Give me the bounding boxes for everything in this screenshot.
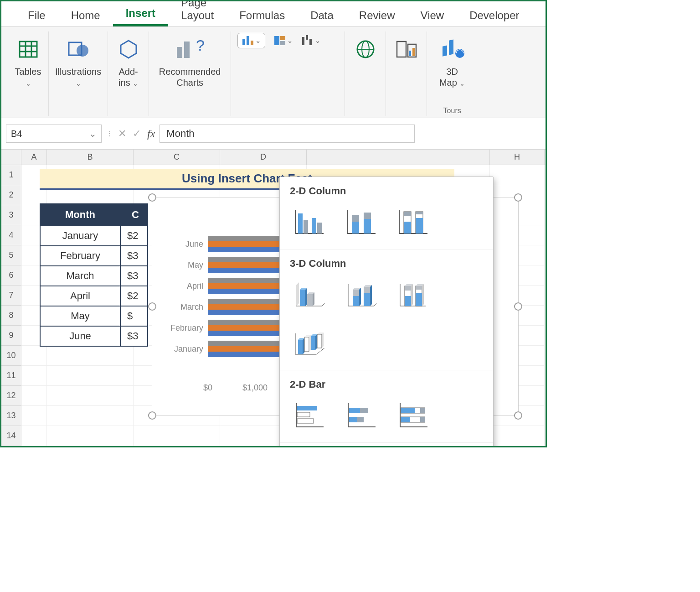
col-header-C[interactable]: C	[134, 150, 220, 165]
tab-view[interactable]: View	[408, 5, 457, 26]
table-row[interactable]: June$3	[40, 326, 148, 346]
resize-handle[interactable]	[514, 302, 522, 311]
waterfall-chart-dropdown[interactable]: ⌄	[301, 35, 321, 46]
opt-2d-100pct-bar[interactable]	[394, 398, 433, 433]
table-row[interactable]: February$3	[40, 246, 148, 266]
row-header[interactable]: 11	[1, 366, 21, 386]
table-row[interactable]: May$	[40, 306, 148, 326]
tab-review[interactable]: Review	[346, 5, 408, 26]
opt-2d-clustered-bar[interactable]	[290, 398, 329, 433]
name-box[interactable]: B4 ⌄	[6, 125, 102, 143]
col-header-B[interactable]: B	[47, 150, 134, 165]
group-illustrations[interactable]: Illustrations⌄	[49, 31, 108, 116]
table-row[interactable]: January$2	[40, 226, 148, 246]
fx-icon[interactable]: fx	[147, 128, 155, 140]
resize-handle[interactable]	[514, 411, 522, 420]
cell[interactable]	[47, 346, 134, 366]
opt-3d-clustered-column[interactable]	[290, 277, 329, 312]
row-header[interactable]: 5	[1, 245, 21, 265]
cell-month[interactable]: April	[40, 286, 120, 306]
tab-data[interactable]: Data	[298, 5, 346, 26]
row-header[interactable]: 2	[1, 185, 21, 205]
chevron-down-icon: ⌄	[255, 36, 261, 45]
cell-value[interactable]: $2	[120, 226, 148, 246]
cell-value[interactable]: $3	[120, 326, 148, 346]
cell[interactable]	[21, 406, 47, 426]
cell[interactable]	[47, 386, 134, 406]
row-header[interactable]: 9	[1, 326, 21, 346]
row-header[interactable]: 14	[1, 426, 21, 446]
row-header[interactable]: 13	[1, 406, 21, 426]
cell[interactable]	[21, 366, 47, 386]
col-header-D[interactable]: D	[220, 150, 307, 165]
cell[interactable]	[21, 346, 47, 366]
opt-3d-100pct-column[interactable]	[394, 277, 433, 312]
tab-home[interactable]: Home	[58, 5, 113, 26]
opt-2d-stacked-column[interactable]	[342, 204, 381, 240]
cell-month[interactable]: June	[40, 326, 120, 346]
svg-marker-65	[359, 288, 361, 306]
col-header-H[interactable]: H	[490, 150, 545, 165]
opt-2d-stacked-bar[interactable]	[342, 398, 381, 433]
cell[interactable]	[21, 426, 47, 446]
col-header-blank[interactable]	[307, 150, 490, 165]
chevron-down-icon[interactable]: ⌄	[89, 128, 97, 139]
row-header[interactable]: 4	[1, 225, 21, 245]
svg-line-60	[374, 303, 376, 306]
section-3d-bar: 3-D Bar	[280, 443, 493, 447]
cell-value[interactable]: $2	[120, 286, 148, 306]
resize-handle[interactable]	[148, 411, 156, 420]
row-header[interactable]: 10	[1, 346, 21, 366]
row-header[interactable]: 12	[1, 386, 21, 406]
cell-month[interactable]: May	[40, 306, 120, 326]
tab-page-layout[interactable]: Page Layout	[168, 0, 226, 26]
resize-handle[interactable]	[148, 302, 156, 311]
formula-input[interactable]: Month	[160, 125, 415, 143]
svg-rect-41	[364, 213, 371, 219]
cell[interactable]	[47, 406, 134, 426]
group-recommended-charts[interactable]: ? Recommended Charts	[149, 31, 231, 116]
row-header[interactable]: 7	[1, 286, 21, 306]
enter-icon[interactable]: ✓	[133, 128, 141, 140]
opt-2d-100pct-column[interactable]	[394, 204, 433, 240]
select-all-corner[interactable]	[1, 150, 21, 165]
3d-map-icon[interactable]	[440, 33, 465, 65]
resize-handle[interactable]	[148, 193, 156, 202]
cancel-icon[interactable]: ✕	[118, 128, 126, 140]
table-row[interactable]: March$3	[40, 266, 148, 286]
opt-3d-column[interactable]	[290, 325, 329, 361]
th-month[interactable]: Month	[40, 204, 120, 226]
cell-month[interactable]: February	[40, 246, 120, 266]
table-row[interactable]: April$2	[40, 286, 148, 306]
opt-3d-stacked-column[interactable]	[342, 277, 381, 312]
cell[interactable]	[134, 426, 220, 446]
cell-month[interactable]: January	[40, 226, 120, 246]
column-chart-dropdown[interactable]: ⌄	[237, 33, 265, 48]
tab-file[interactable]: File	[15, 5, 58, 26]
group-tables[interactable]: Tables⌄	[8, 31, 49, 116]
tab-insert[interactable]: Insert	[113, 2, 168, 26]
cell[interactable]	[490, 165, 545, 185]
cell-value[interactable]: $3	[120, 246, 148, 266]
cell[interactable]	[47, 366, 134, 386]
group-maps[interactable]	[345, 31, 386, 116]
row-header[interactable]: 3	[1, 205, 21, 225]
opt-2d-clustered-column[interactable]	[290, 204, 329, 240]
th-col2[interactable]: C	[120, 204, 148, 226]
tab-developer[interactable]: Developer	[457, 5, 532, 26]
cell-value[interactable]: $	[120, 306, 148, 326]
cell-value[interactable]: $3	[120, 266, 148, 286]
group-pivotchart[interactable]	[386, 31, 427, 116]
resize-handle[interactable]	[514, 193, 522, 202]
cell-month[interactable]: March	[40, 266, 120, 286]
cell[interactable]	[490, 426, 545, 446]
hierarchy-chart-dropdown[interactable]: ⌄	[273, 35, 293, 46]
row-header[interactable]: 8	[1, 306, 21, 326]
group-addins[interactable]: Add- ins ⌄	[108, 31, 149, 116]
col-header-A[interactable]: A	[21, 150, 47, 165]
cell[interactable]	[47, 426, 134, 446]
cell[interactable]	[21, 386, 47, 406]
row-header[interactable]: 6	[1, 265, 21, 286]
row-header[interactable]: 1	[1, 165, 21, 185]
tab-formulas[interactable]: Formulas	[226, 5, 298, 26]
